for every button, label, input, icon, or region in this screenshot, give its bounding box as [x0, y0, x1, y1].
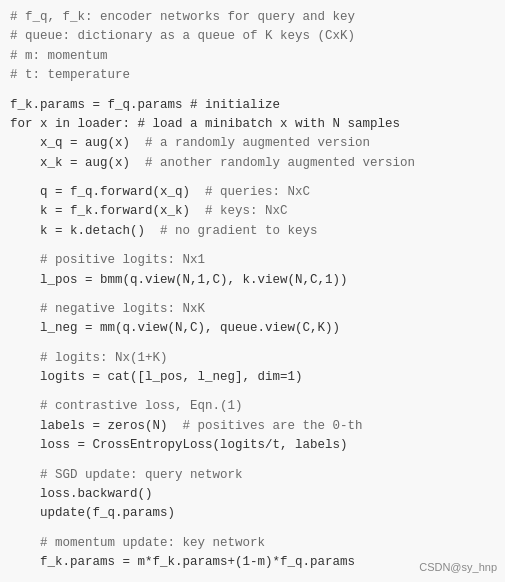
code-line: # SGD update: query network	[10, 466, 495, 485]
watermark: CSDN@sy_hnp	[419, 559, 497, 576]
code-content: # f_q, f_k: encoder networks for query a…	[10, 8, 495, 582]
code-block: # f_q, f_k: encoder networks for query a…	[0, 0, 505, 582]
code-line: k = f_k.forward(x_k) # keys: NxC	[10, 202, 495, 221]
code-line: # m: momentum	[10, 47, 495, 66]
code-line	[10, 339, 495, 349]
code-line: loss.backward()	[10, 485, 495, 504]
code-line	[10, 173, 495, 183]
code-line: k = k.detach() # no gradient to keys	[10, 222, 495, 241]
code-line: # positive logits: Nx1	[10, 251, 495, 270]
code-line: x_k = aug(x) # another randomly augmente…	[10, 154, 495, 173]
code-line: x_q = aug(x) # a randomly augmented vers…	[10, 134, 495, 153]
code-line: for x in loader: # load a minibatch x wi…	[10, 115, 495, 134]
code-line: q = f_q.forward(x_q) # queries: NxC	[10, 183, 495, 202]
code-line: update(f_q.params)	[10, 504, 495, 523]
code-line: # t: temperature	[10, 66, 495, 85]
code-line: # f_q, f_k: encoder networks for query a…	[10, 8, 495, 27]
code-line	[10, 524, 495, 534]
code-line: logits = cat([l_pos, l_neg], dim=1)	[10, 368, 495, 387]
code-line	[10, 86, 495, 96]
code-line	[10, 456, 495, 466]
code-line	[10, 387, 495, 397]
code-line	[10, 241, 495, 251]
code-line: # logits: Nx(1+K)	[10, 349, 495, 368]
code-line: l_neg = mm(q.view(N,C), queue.view(C,K))	[10, 319, 495, 338]
code-line: # queue: dictionary as a queue of K keys…	[10, 27, 495, 46]
code-line: # negative logits: NxK	[10, 300, 495, 319]
code-line: l_pos = bmm(q.view(N,1,C), k.view(N,C,1)…	[10, 271, 495, 290]
code-line	[10, 290, 495, 300]
code-line: loss = CrossEntropyLoss(logits/t, labels…	[10, 436, 495, 455]
code-line: labels = zeros(N) # positives are the 0-…	[10, 417, 495, 436]
code-line: # contrastive loss, Eqn.(1)	[10, 397, 495, 416]
code-line: f_k.params = f_q.params # initialize	[10, 96, 495, 115]
code-line: # momentum update: key network	[10, 534, 495, 553]
